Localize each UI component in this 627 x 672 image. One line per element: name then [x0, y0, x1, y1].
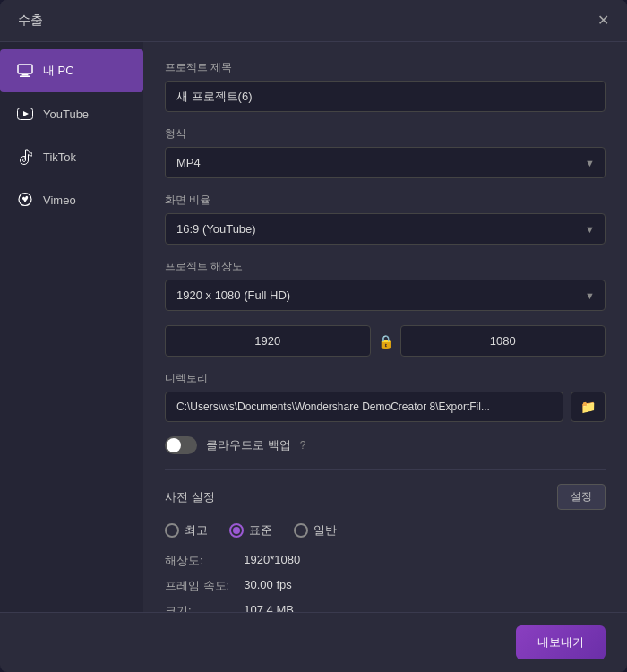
- format-select[interactable]: MP4: [165, 147, 606, 178]
- svg-rect-1: [22, 74, 29, 76]
- resolution-row: 🔒: [165, 325, 606, 357]
- size-info-key: 크기:: [165, 603, 229, 612]
- directory-label: 디렉토리: [165, 371, 606, 386]
- format-select-wrapper: MP4 ▼: [165, 147, 606, 178]
- radio-normal-label: 일반: [314, 522, 337, 538]
- radio-best-label: 최고: [185, 522, 208, 538]
- format-group: 형식 MP4 ▼: [165, 126, 606, 178]
- project-title-label: 프로젝트 제목: [165, 60, 606, 75]
- directory-input[interactable]: [165, 392, 563, 422]
- pc-icon: [16, 62, 34, 80]
- svg-marker-4: [23, 111, 29, 116]
- resolution-select-wrapper: 1920 x 1080 (Full HD) ▼: [165, 280, 606, 311]
- content-area: 내 PC YouTube TikTok: [0, 42, 627, 612]
- sidebar-item-youtube[interactable]: YouTube: [0, 92, 143, 135]
- preset-label: 사전 설정: [165, 489, 215, 505]
- project-title-group: 프로젝트 제목: [165, 60, 606, 112]
- resolution-group: 프로젝트 해상도 1920 x 1080 (Full HD) ▼: [165, 259, 606, 311]
- fps-info-val: 30.00 fps: [244, 578, 606, 594]
- sidebar-label-vimeo: Vimeo: [43, 194, 76, 207]
- project-title-input[interactable]: [165, 81, 606, 112]
- lock-icon: 🔒: [378, 334, 393, 349]
- info-grid: 해상도: 1920*1080 프레임 속도: 30.00 fps 크기: 107…: [165, 553, 606, 612]
- radio-standard-inner: [233, 527, 240, 534]
- cloud-backup-row: 클라우드로 백업 ?: [165, 436, 606, 454]
- resolution-label: 프로젝트 해상도: [165, 259, 606, 274]
- fps-info-key: 프레임 속도:: [165, 578, 229, 594]
- aspect-ratio-group: 화면 비율 16:9 (YouTube) ▼: [165, 193, 606, 245]
- aspect-ratio-label: 화면 비율: [165, 193, 606, 208]
- width-input[interactable]: [165, 325, 371, 357]
- svg-rect-2: [20, 76, 30, 78]
- cloud-backup-toggle[interactable]: [165, 436, 197, 454]
- close-button[interactable]: ✕: [597, 13, 609, 28]
- main-panel: 프로젝트 제목 형식 MP4 ▼ 화면 비율 16:9 (YouTube): [143, 42, 627, 612]
- resolution-info-val: 1920*1080: [244, 553, 606, 569]
- format-label: 형식: [165, 126, 606, 142]
- divider: [165, 469, 606, 470]
- sidebar-item-vimeo[interactable]: Vimeo: [0, 178, 143, 221]
- size-info-val: 107.4 MB: [244, 603, 606, 612]
- sidebar-label-mypc: 내 PC: [43, 63, 74, 79]
- radio-standard[interactable]: 표준: [229, 522, 272, 538]
- title-bar: 수출 ✕: [0, 0, 627, 42]
- vimeo-icon: [16, 191, 34, 209]
- export-button[interactable]: 내보내기: [516, 625, 606, 659]
- resolution-select[interactable]: 1920 x 1080 (Full HD): [165, 280, 606, 311]
- wh-group: 🔒: [165, 325, 606, 357]
- dialog-title: 수출: [18, 13, 43, 29]
- svg-rect-0: [18, 65, 32, 73]
- sidebar-item-tiktok[interactable]: TikTok: [0, 135, 143, 178]
- export-dialog: 수출 ✕ 내 PC: [0, 0, 627, 672]
- toggle-knob: [167, 438, 181, 452]
- radio-normal[interactable]: 일반: [294, 522, 337, 538]
- resolution-info-key: 해상도:: [165, 553, 229, 569]
- radio-normal-outer: [294, 523, 308, 538]
- youtube-icon: [16, 105, 34, 123]
- settings-button[interactable]: 설정: [557, 484, 606, 510]
- quality-radio-row: 최고 표준 일반: [165, 522, 606, 538]
- cloud-backup-label: 클라우드로 백업: [206, 437, 291, 453]
- sidebar-label-tiktok: TikTok: [43, 151, 76, 164]
- directory-row: 📁: [165, 392, 606, 422]
- help-icon[interactable]: ?: [300, 439, 306, 452]
- sidebar: 내 PC YouTube TikTok: [0, 42, 143, 612]
- radio-best-outer: [165, 523, 179, 538]
- height-input[interactable]: [400, 325, 606, 357]
- directory-group: 디렉토리 📁: [165, 371, 606, 422]
- preset-header: 사전 설정 설정: [165, 484, 606, 510]
- aspect-ratio-select-wrapper: 16:9 (YouTube) ▼: [165, 213, 606, 245]
- folder-button[interactable]: 📁: [571, 392, 606, 422]
- footer: 내보내기: [0, 612, 627, 672]
- radio-standard-outer: [229, 523, 244, 538]
- sidebar-label-youtube: YouTube: [43, 108, 89, 121]
- sidebar-item-mypc[interactable]: 내 PC: [0, 49, 143, 92]
- radio-standard-label: 표준: [249, 522, 272, 538]
- tiktok-icon: [16, 148, 34, 166]
- aspect-ratio-select[interactable]: 16:9 (YouTube): [165, 213, 606, 245]
- radio-best[interactable]: 최고: [165, 522, 208, 538]
